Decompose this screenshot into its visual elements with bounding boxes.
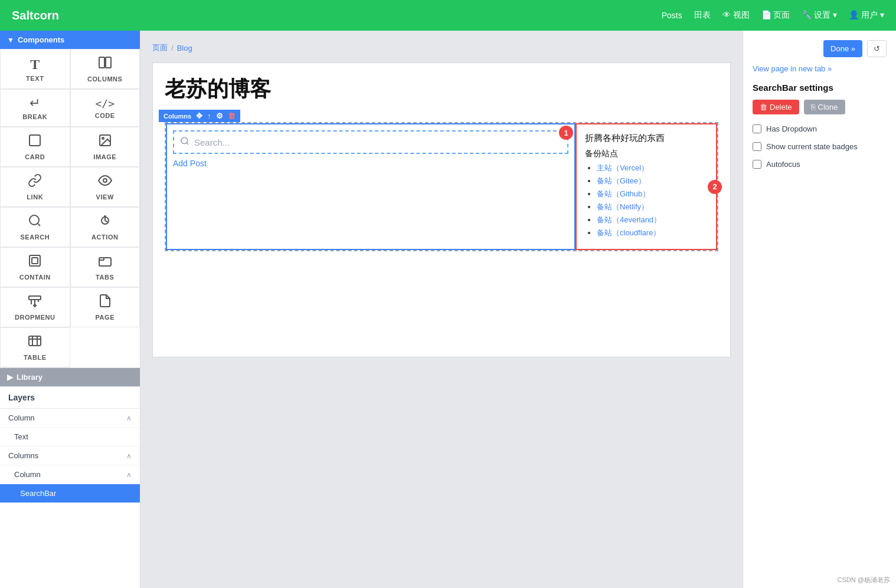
link-cloudflare: 备站（cloudflare）	[597, 228, 708, 238]
component-page[interactable]: PAGE	[70, 287, 140, 327]
svg-point-6	[30, 215, 39, 225]
columns-bar-label: Columns	[163, 113, 191, 120]
footer-credit: CSDN @杨浦老苏	[838, 576, 890, 584]
layer-column-1[interactable]: Column ∧	[0, 409, 140, 428]
refresh-button[interactable]: ↺	[867, 40, 887, 57]
add-post-link[interactable]: Add Post	[173, 159, 568, 168]
layer-column-2[interactable]: Column ∧	[0, 465, 140, 484]
link-icon	[28, 173, 42, 191]
nav-views[interactable]: 👁 视图	[722, 10, 750, 21]
component-contain[interactable]: CONTAIN	[0, 247, 70, 287]
component-break-label: BREAK	[22, 113, 47, 120]
column-left: Search... 1 Add Post	[166, 123, 575, 250]
layer-searchbar[interactable]: SearchBar	[0, 484, 140, 503]
library-header[interactable]: ▶ Library	[0, 368, 140, 386]
columns-wrapper: Search... 1 Add Post 折腾各种好玩的东西 备份站点 2 主站…	[165, 122, 718, 251]
show-state-label: Show current state badges	[766, 142, 858, 152]
component-dropmenu-label: DROPMENU	[15, 314, 55, 321]
nav-tables[interactable]: 田表	[694, 10, 711, 21]
page-canvas: 老苏的博客 Columns ✥ ↑ ⚙ 🗑	[152, 63, 731, 357]
badge-1: 1	[559, 126, 573, 140]
clone-label: Clone	[818, 103, 838, 111]
break-icon: ↵	[30, 96, 40, 111]
breadcrumb-current[interactable]: Blog	[177, 44, 192, 52]
columns-outer: Columns ✥ ↑ ⚙ 🗑 Search... 1	[159, 110, 724, 251]
page-title: 老苏的博客	[153, 63, 730, 110]
text-icon: T	[30, 57, 40, 73]
component-image-label: IMAGE	[93, 153, 116, 160]
component-code[interactable]: </> CODE	[70, 89, 140, 127]
component-break[interactable]: ↵ BREAK	[0, 89, 70, 127]
component-code-label: CODE	[95, 112, 115, 119]
component-tabs[interactable]: TABS	[70, 247, 140, 287]
move-icon[interactable]: ✥	[196, 111, 202, 120]
show-state-checkbox[interactable]	[753, 142, 761, 151]
component-search[interactable]: SEARCH	[0, 207, 70, 247]
svg-rect-13	[29, 336, 41, 346]
right-col-links: 主站（Vercel） 备站（Gitee） 备站（Github） 备站（Netli…	[585, 163, 708, 238]
delete-small-icon[interactable]: 🗑	[228, 111, 236, 120]
search-placeholder[interactable]: Search...	[194, 137, 561, 147]
view-page-link[interactable]: View page in new tab »	[753, 64, 887, 73]
component-columns[interactable]: COLUMNS	[70, 49, 140, 89]
library-label: Library	[17, 373, 42, 382]
component-link[interactable]: LINK	[0, 167, 70, 207]
component-card[interactable]: CARD	[0, 127, 70, 167]
nav-pages[interactable]: 📄 页面	[761, 10, 790, 21]
code-icon: </>	[95, 97, 115, 110]
component-card-label: CARD	[25, 153, 45, 160]
settings-suffix: settings	[799, 83, 833, 93]
table-icon	[28, 334, 42, 352]
link-vercel: 主站（Vercel）	[597, 163, 708, 173]
svg-rect-9	[30, 255, 40, 266]
component-action[interactable]: ACTION	[70, 207, 140, 247]
done-button[interactable]: Done »	[823, 40, 862, 57]
sidebar: ▼ Components T TEXT COLUMNS ↵ BREAK </> …	[0, 31, 140, 588]
nav-posts[interactable]: Posts	[662, 11, 682, 20]
components-header[interactable]: ▼ Components	[0, 31, 140, 49]
main-container: ▼ Components T TEXT COLUMNS ↵ BREAK </> …	[0, 31, 896, 588]
trash-icon: 🗑	[760, 103, 767, 111]
component-text[interactable]: T TEXT	[0, 49, 70, 89]
has-dropdown-checkbox[interactable]	[753, 124, 761, 133]
layer-text[interactable]: Text	[0, 428, 140, 446]
action-icon	[98, 213, 112, 231]
svg-rect-1	[106, 57, 111, 68]
layer-columns[interactable]: Columns ∧	[0, 446, 140, 465]
svg-rect-2	[30, 135, 40, 146]
nav-links: Posts 田表 👁 视图 📄 页面 🔧 设置 ▾ 👤 用户 ▾	[662, 10, 884, 21]
searchbar-container: Search... 1	[173, 130, 568, 154]
component-table-label: TABLE	[24, 354, 47, 361]
right-col-subtitle: 备份站点	[585, 149, 708, 159]
component-table[interactable]: TABLE	[0, 327, 70, 367]
svg-rect-10	[32, 258, 38, 264]
nav-users[interactable]: 👤 用户 ▾	[849, 10, 884, 21]
layers-title: Layers	[0, 387, 140, 409]
has-dropdown-label: Has Dropdown	[766, 124, 817, 134]
checkbox-autofocus: Autofocus	[753, 159, 887, 170]
link-netlify: 备站（Netlify）	[597, 202, 708, 212]
component-view[interactable]: VIEW	[70, 167, 140, 207]
component-dropmenu[interactable]: DROPMENU	[0, 287, 70, 327]
page-icon	[98, 294, 112, 311]
image-icon	[98, 133, 112, 151]
up-icon[interactable]: ↑	[207, 111, 211, 120]
clone-button[interactable]: ⎘ Clone	[804, 100, 845, 114]
delete-button[interactable]: 🗑 Delete	[753, 100, 799, 114]
autofocus-checkbox[interactable]	[753, 160, 761, 169]
svg-point-5	[103, 179, 107, 182]
component-image[interactable]: IMAGE	[70, 127, 140, 167]
breadcrumb-home[interactable]: 页面	[152, 42, 168, 53]
layer-text-label: Text	[14, 432, 28, 441]
link-4everland: 备站（4everland）	[597, 215, 708, 225]
layer-column-2-label: Column	[14, 470, 41, 479]
settings-small-icon[interactable]: ⚙	[216, 111, 223, 120]
component-columns-label: COLUMNS	[87, 75, 122, 83]
card-icon	[28, 133, 42, 151]
link-github: 备站（Github）	[597, 189, 708, 199]
layers-section: Layers Column ∧ Text Columns ∧ Column ∧ …	[0, 386, 140, 503]
contain-icon	[28, 254, 42, 271]
nav-settings[interactable]: 🔧 设置 ▾	[802, 10, 837, 21]
autofocus-label: Autofocus	[766, 159, 800, 170]
search-icon	[28, 213, 42, 231]
